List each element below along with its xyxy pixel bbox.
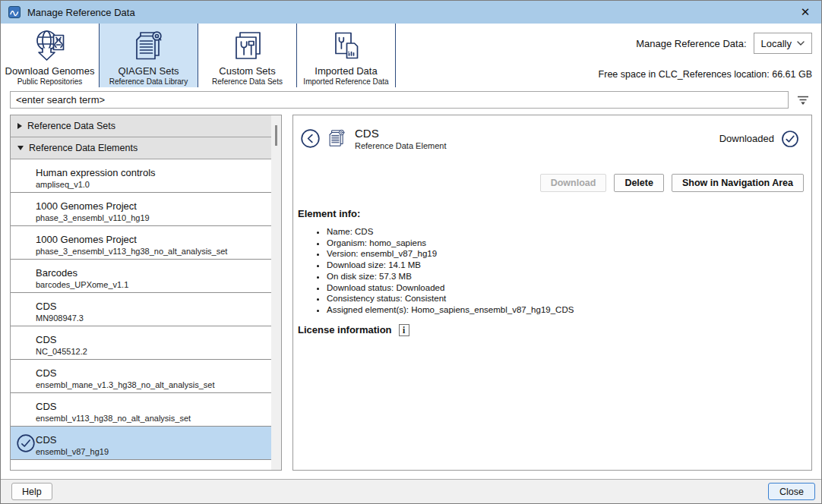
info-icon[interactable]: i bbox=[399, 324, 409, 336]
list-item-subtitle: ensembl_v113_hg38_no_alt_analysis_set bbox=[36, 414, 267, 423]
status-label: Downloaded bbox=[719, 133, 774, 144]
download-status: Downloaded bbox=[719, 130, 802, 148]
info-bullet: On disk size: 57.3 MB bbox=[327, 271, 811, 282]
tab-imported-data[interactable]: Imported Data Imported Reference Data bbox=[297, 24, 396, 87]
free-space-text: Free space in CLC_References location: 6… bbox=[599, 69, 812, 81]
info-bullet: Download size: 14.1 MB bbox=[327, 260, 811, 271]
list-item-title: 1000 Genomes Project bbox=[36, 234, 267, 245]
list-item-subtitle: ampliseq_v1.0 bbox=[36, 180, 267, 189]
info-bullet: Organism: homo_sapiens bbox=[327, 238, 811, 249]
list-item[interactable]: CDS ensembl_v87_hg19 bbox=[11, 427, 271, 460]
detail-subtitle: Reference Data Element bbox=[355, 141, 446, 150]
tab-download-genomes[interactable]: Download Genomes Public Repositories bbox=[1, 24, 100, 87]
detail-title: CDS bbox=[355, 127, 446, 140]
section-label: Reference Data Elements bbox=[29, 143, 138, 153]
info-bullet: Assigned element(s): Homo_sapiens_ensemb… bbox=[327, 304, 811, 316]
app-icon bbox=[8, 6, 21, 18]
left-panel-scrollbar[interactable] bbox=[271, 115, 281, 470]
dropdown-value: Locally bbox=[761, 38, 792, 49]
detail-actions: DownloadDeleteShow in Navigation Area bbox=[293, 150, 811, 192]
tab-custom-sets[interactable]: Custom Sets Reference Data Sets bbox=[198, 24, 297, 87]
list-item[interactable]: CDS ensembl_mane_v1.3_hg38_no_alt_analys… bbox=[11, 360, 271, 393]
section-label: Reference Data Sets bbox=[27, 121, 115, 131]
license-row: License information i bbox=[293, 316, 811, 336]
list-item-subtitle: MN908947.3 bbox=[36, 313, 267, 323]
qiagen-sets-icon bbox=[131, 28, 166, 65]
list-item[interactable]: 1000 Genomes Project phase_3_ensembl_v11… bbox=[11, 226, 271, 260]
tab-sublabel: Reference Data Sets bbox=[212, 77, 283, 86]
element-info-heading: Element info: bbox=[293, 192, 811, 219]
tabbar: Download Genomes Public Repositories QIA… bbox=[1, 24, 821, 87]
downloaded-check-icon bbox=[781, 130, 799, 148]
filter-icon bbox=[796, 95, 810, 106]
close-button[interactable]: Close bbox=[768, 483, 815, 500]
footer: Help Close bbox=[1, 479, 821, 503]
list-item-subtitle: NC_045512.2 bbox=[36, 347, 267, 356]
delete-button[interactable]: Delete bbox=[614, 174, 664, 192]
tab-sublabel: Imported Reference Data bbox=[303, 77, 388, 86]
downloaded-check-icon bbox=[16, 433, 36, 453]
back-button[interactable] bbox=[300, 128, 321, 149]
tab-qiagen-sets[interactable]: QIAGEN Sets Reference Data Library bbox=[100, 24, 198, 87]
list-item-subtitle: ensembl_mane_v1.3_hg38_no_alt_analysis_s… bbox=[36, 380, 267, 389]
tab-sublabel: Public Repositories bbox=[17, 77, 83, 86]
list-item-title: 1000 Genomes Project bbox=[36, 200, 267, 212]
search-input[interactable] bbox=[10, 91, 789, 109]
list-item[interactable]: 1000 Genomes Project phase_3_ensembl_v11… bbox=[11, 193, 271, 226]
info-bullet: Download status: Downloaded bbox=[327, 282, 811, 294]
list-item-subtitle: phase_3_ensembl_v113_hg38_no_alt_analysi… bbox=[36, 247, 267, 256]
collapse-triangle-icon bbox=[17, 123, 22, 129]
search-row bbox=[10, 91, 812, 109]
titlebar: Manage Reference Data ✕ bbox=[1, 1, 821, 24]
tab-label: Custom Sets bbox=[219, 65, 275, 77]
list-item[interactable]: Barcodes barcodes_UPXome_v1.1 bbox=[11, 260, 271, 293]
list-item-title: CDS bbox=[36, 334, 267, 345]
imported-data-icon bbox=[329, 28, 364, 65]
list-item[interactable]: CDS NC_045512.2 bbox=[11, 326, 271, 360]
list-item-title: Human expression controls bbox=[36, 167, 267, 178]
list-item[interactable]: CDS MN908947.3 bbox=[11, 293, 271, 326]
window-title: Manage Reference Data bbox=[27, 7, 135, 18]
info-bullet: Name: CDS bbox=[327, 226, 811, 238]
element-info-list: Name: CDSOrganism: homo_sapiensVersion: … bbox=[293, 226, 811, 316]
left-panel: Reference Data Sets Reference Data Eleme… bbox=[10, 115, 282, 471]
list-item-title: CDS bbox=[36, 367, 267, 379]
info-bullet: Consistency status: Consistent bbox=[327, 293, 811, 304]
list-item[interactable]: Human expression controls ampliseq_v1.0 bbox=[11, 159, 271, 193]
search-filter-button[interactable] bbox=[794, 93, 812, 108]
manage-reference-data-dialog: Manage Reference Data ✕ Download Genomes… bbox=[0, 0, 822, 504]
list-item-title: CDS bbox=[36, 301, 267, 312]
reference-list: Reference Data Sets Reference Data Eleme… bbox=[11, 115, 271, 460]
main-area: Reference Data Sets Reference Data Eleme… bbox=[10, 115, 812, 471]
list-item-title: CDS bbox=[36, 434, 267, 446]
custom-sets-icon bbox=[230, 28, 265, 65]
help-button[interactable]: Help bbox=[11, 483, 52, 500]
tabbar-right: Manage Reference Data: Locally Free spac… bbox=[396, 24, 821, 87]
list-item-subtitle: phase_3_ensembl_v110_hg19 bbox=[36, 213, 267, 222]
tab-label: Download Genomes bbox=[5, 65, 95, 77]
expand-triangle-icon bbox=[17, 146, 24, 150]
manage-reference-data-label: Manage Reference Data: bbox=[636, 38, 746, 49]
download-button[interactable]: Download bbox=[540, 174, 607, 192]
chevron-down-icon bbox=[797, 41, 805, 46]
list-item-title: Barcodes bbox=[36, 267, 267, 279]
list-item[interactable]: CDS ensembl_v113_hg38_no_alt_analysis_se… bbox=[11, 393, 271, 427]
detail-header: CDS Reference Data Element Downloaded bbox=[293, 115, 811, 150]
scrollbar-thumb[interactable] bbox=[275, 125, 277, 146]
section-reference-data-sets[interactable]: Reference Data Sets bbox=[11, 115, 271, 137]
manage-location-dropdown[interactable]: Locally bbox=[754, 33, 812, 54]
tab-sublabel: Reference Data Library bbox=[109, 77, 188, 86]
close-icon[interactable]: ✕ bbox=[797, 4, 814, 20]
tab-label: QIAGEN Sets bbox=[118, 65, 179, 77]
license-heading: License information bbox=[298, 324, 392, 335]
reference-element-icon bbox=[327, 128, 347, 149]
section-reference-data-elements[interactable]: Reference Data Elements bbox=[11, 137, 271, 159]
info-bullet: Version: ensembl_v87_hg19 bbox=[327, 248, 811, 260]
list-item-subtitle: ensembl_v87_hg19 bbox=[36, 447, 267, 456]
list-item-subtitle: barcodes_UPXome_v1.1 bbox=[36, 280, 267, 289]
download-genomes-icon bbox=[33, 28, 68, 65]
tab-label: Imported Data bbox=[315, 65, 377, 77]
list-item-title: CDS bbox=[36, 401, 267, 412]
show-in-navigation-area-button[interactable]: Show in Navigation Area bbox=[672, 174, 804, 192]
detail-panel: CDS Reference Data Element Downloaded Do… bbox=[292, 115, 812, 471]
